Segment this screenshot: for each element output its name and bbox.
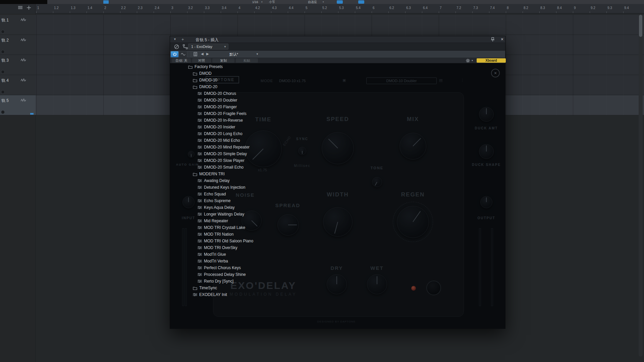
chevron-down-icon[interactable]: ▾ bbox=[261, 0, 263, 4]
preset-item[interactable]: Keys Aqua Delay bbox=[170, 204, 314, 211]
preset-item[interactable]: MOD TRI Nation bbox=[170, 231, 314, 238]
ruler-tick bbox=[355, 11, 355, 13]
preset-item[interactable]: DMOD-20 Mind Repeater bbox=[170, 144, 314, 150]
preset-folder[interactable]: DMOD bbox=[170, 70, 314, 77]
preset-item[interactable]: DMOD-20 Long Echo bbox=[170, 130, 314, 137]
timeline-ruler[interactable]: 11.21.31.422.22.32.433.23.33.444.24.34.4… bbox=[0, 4, 644, 13]
preset-item[interactable]: ModTri Glue bbox=[170, 251, 314, 258]
preset-item[interactable]: DMOD-20 Small Echo bbox=[170, 164, 314, 171]
preset-item[interactable]: ModTri Verba bbox=[170, 258, 314, 264]
preset-label: MOD TRI Crystall Lake bbox=[204, 225, 245, 230]
close-icon[interactable]: × bbox=[501, 37, 503, 42]
track-header[interactable]: 轨 1 bbox=[0, 15, 36, 35]
preset-item[interactable]: DMOD-20 Simple Delay bbox=[170, 150, 314, 157]
track-list-menu-icon[interactable] bbox=[18, 6, 22, 9]
preset-item[interactable]: MOD TRI OverSky bbox=[170, 244, 314, 251]
preset-folder[interactable]: Factory Presets bbox=[170, 63, 314, 70]
autoscroll-toggle-button[interactable] bbox=[358, 0, 364, 4]
ruler-tick bbox=[388, 11, 389, 13]
chevron-down-icon[interactable]: ▾ bbox=[472, 59, 473, 62]
track-header[interactable]: 轨 4 bbox=[0, 75, 36, 95]
loop-marker[interactable] bbox=[103, 0, 109, 4]
track-header[interactable]: 轨 2 bbox=[0, 35, 36, 55]
routing-icon[interactable] bbox=[183, 44, 188, 49]
next-preset-icon[interactable]: ▶ bbox=[206, 52, 209, 56]
preset-item[interactable]: Echo Squad bbox=[170, 191, 314, 197]
preset-label: Factory Presets bbox=[195, 64, 223, 69]
previous-preset-icon[interactable]: ◀ bbox=[201, 52, 204, 56]
preset-item[interactable]: Longer Waitings Delay bbox=[170, 211, 314, 218]
preset-item[interactable]: DMOD-20 Doubler bbox=[170, 97, 314, 104]
ruler-label: 3.3 bbox=[205, 6, 210, 10]
preset-folder[interactable]: DMOD-20 bbox=[170, 83, 314, 90]
compare-button[interactable]: 对照 bbox=[192, 58, 211, 63]
ruler-tick bbox=[87, 11, 87, 13]
track-state-button[interactable] bbox=[1, 70, 5, 74]
preset-item[interactable]: DMOD-20 Flanger bbox=[170, 104, 314, 110]
preset-folder[interactable]: MODERN TRI bbox=[170, 171, 314, 177]
preset-item[interactable]: DMOD-20 Chorus bbox=[170, 90, 314, 97]
preset-item[interactable]: EXODELAY Init bbox=[170, 291, 314, 298]
pin-icon[interactable] bbox=[491, 37, 495, 42]
track-lane[interactable] bbox=[36, 15, 644, 35]
current-preset-name[interactable]: 默认* bbox=[214, 52, 254, 57]
ruler-tick bbox=[70, 11, 70, 13]
preset-item[interactable]: DMOD-20 Slow Player bbox=[170, 157, 314, 164]
quantize-value[interactable]: 1/16 bbox=[252, 0, 258, 4]
preset-item[interactable]: DMOD-20 Mid Echo bbox=[170, 137, 314, 144]
preset-dropdown-icon[interactable]: ▼ bbox=[256, 53, 259, 56]
preset-item[interactable]: Detuned Keys Injection bbox=[170, 184, 314, 191]
preset-item[interactable]: Echo Supreme bbox=[170, 197, 314, 204]
ruler-label: 6.2 bbox=[389, 6, 394, 10]
preset-folder[interactable]: DMOD-10 bbox=[170, 77, 314, 83]
add-insert-icon[interactable]: + bbox=[181, 37, 184, 42]
track-state-button[interactable] bbox=[1, 30, 5, 34]
ruler-tick bbox=[36, 11, 37, 13]
chevron-down-icon[interactable]: ▾ bbox=[323, 0, 324, 4]
track-header-panel: 轨 1轨 2轨 3轨 4轨 5 bbox=[0, 14, 36, 362]
preset-item[interactable]: Mid Repeater bbox=[170, 218, 314, 224]
track-header[interactable]: 轨 3 bbox=[0, 55, 36, 75]
bypass-all-icon[interactable] bbox=[174, 44, 179, 49]
add-track-icon[interactable] bbox=[27, 6, 31, 10]
automation-button[interactable]: 自动: 关 bbox=[172, 58, 191, 63]
preset-item[interactable]: DMOD-20 In-Reverse bbox=[170, 117, 314, 124]
track-state-button[interactable] bbox=[1, 90, 5, 94]
preset-item[interactable]: Awating Delay bbox=[170, 177, 314, 184]
track-state-button[interactable] bbox=[1, 50, 5, 54]
scrollbar-thumb[interactable] bbox=[639, 15, 642, 37]
ruler-tick bbox=[120, 11, 120, 13]
plugin-editor-toggle-button[interactable] bbox=[179, 51, 187, 57]
copy-button[interactable]: 复制 bbox=[212, 58, 234, 63]
vertical-scrollbar[interactable] bbox=[639, 15, 643, 357]
preset-file-icon[interactable] bbox=[194, 52, 197, 56]
preset-item[interactable]: Perfect Chorus Keys bbox=[170, 264, 314, 271]
preset-item[interactable]: MOD TRI Old Saloon Piano bbox=[170, 238, 314, 244]
window-menu-icon[interactable]: ▼ bbox=[173, 38, 176, 41]
preset-item[interactable]: MOD TRI Crystall Lake bbox=[170, 224, 314, 231]
paste-button[interactable]: 粘贴 bbox=[236, 58, 258, 63]
preset-item[interactable]: DMOD-20 Fragile Feels bbox=[170, 110, 314, 117]
plugin-power-button[interactable] bbox=[171, 51, 178, 57]
gear-icon[interactable] bbox=[466, 59, 470, 63]
plugin-window-titlebar[interactable]: ▼ + 音轨 5 - 插入 × bbox=[170, 36, 505, 43]
preset-item[interactable]: Rerto Dry [Sync] bbox=[170, 278, 314, 285]
preset-label: EXODELAY Init bbox=[199, 292, 227, 297]
preset-folder[interactable]: TimeSync bbox=[170, 285, 314, 291]
preset-item[interactable]: DMOD-20 Insider bbox=[170, 124, 314, 130]
adaptive-label[interactable]: 自适应 bbox=[308, 0, 317, 4]
xboard-button[interactable]: Xboard bbox=[477, 58, 506, 63]
ruler-tick bbox=[254, 11, 255, 13]
preset-label: MOD TRI OverSky bbox=[204, 245, 237, 250]
track-header[interactable]: 轨 5 bbox=[0, 95, 36, 115]
plugin-slot-selector[interactable]: 1 - ExoDelay ▼ bbox=[188, 44, 228, 50]
preset-item[interactable]: Processed Delay Shine bbox=[170, 271, 314, 278]
snap-toggle-button[interactable] bbox=[337, 0, 343, 4]
grid-mode-label[interactable]: 小节 bbox=[269, 0, 275, 4]
preset-label: Mid Repeater bbox=[204, 219, 228, 223]
folder-icon bbox=[193, 85, 197, 89]
preset-icon bbox=[198, 159, 202, 162]
ruler-label: 4.2 bbox=[255, 6, 260, 10]
track-state-button[interactable] bbox=[1, 110, 5, 114]
track-color-tab[interactable] bbox=[30, 113, 34, 115]
